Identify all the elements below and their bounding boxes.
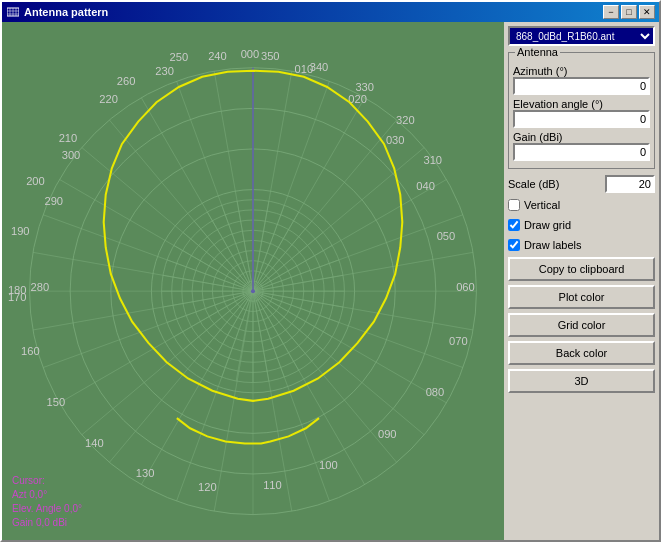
svg-text:230: 230 [155,65,174,77]
vertical-checkbox[interactable] [508,199,520,211]
svg-text:330: 330 [355,81,374,93]
title-bar-buttons: − □ ✕ [603,5,655,19]
azimuth-input[interactable] [513,77,650,95]
azimuth-label: Azimuth (°) [513,65,650,77]
svg-text:190: 190 [11,225,30,237]
copy-clipboard-button[interactable]: Copy to clipboard [508,257,655,281]
svg-text:070: 070 [449,335,468,347]
cursor-azimuth: Azt 0,0° [12,488,82,502]
azimuth-row: Azimuth (°) [513,65,650,95]
svg-text:130: 130 [136,467,155,479]
svg-text:320: 320 [396,114,415,126]
close-button[interactable]: ✕ [639,5,655,19]
svg-text:260: 260 [117,75,136,87]
polar-chart: 000 010 020 030 040 050 060 070 080 090 … [2,22,504,540]
draw-labels-checkbox[interactable] [508,239,520,251]
title-bar: Antenna pattern − □ ✕ [2,2,659,22]
plot-area: 868_0dBd_R1B60.ant [2,22,504,540]
three-d-button[interactable]: 3D [508,369,655,393]
svg-text:350: 350 [261,50,280,62]
svg-text:050: 050 [437,230,456,242]
grid-color-button[interactable]: Grid color [508,313,655,337]
draw-labels-label: Draw labels [524,239,581,251]
cursor-gain: Gain 0,0 dBi [12,516,82,530]
vertical-label: Vertical [524,199,560,211]
svg-text:120: 120 [198,481,217,493]
svg-text:160: 160 [21,345,40,357]
svg-text:300: 300 [62,149,81,161]
draw-grid-checkbox[interactable] [508,219,520,231]
svg-text:290: 290 [44,195,63,207]
sidebar: 868_0dBd_R1B60.ant Antenna Azimuth (°) E… [504,22,659,540]
scale-input[interactable] [605,175,655,193]
file-dropdown[interactable]: 868_0dBd_R1B60.ant [508,26,655,46]
svg-text:150: 150 [46,396,65,408]
svg-text:000: 000 [241,48,260,60]
minimize-button[interactable]: − [603,5,619,19]
svg-text:040: 040 [416,180,435,192]
svg-text:240: 240 [208,50,227,62]
cursor-elevation: Elev. Angle 0,0° [12,502,82,516]
gain-input[interactable] [513,143,650,161]
svg-text:200: 200 [26,175,45,187]
svg-point-92 [251,289,255,293]
gain-row: Gain (dBi) [513,131,650,161]
back-color-button[interactable]: Back color [508,341,655,365]
antenna-group-label: Antenna [515,46,560,58]
svg-text:100: 100 [319,459,338,471]
svg-text:340: 340 [310,61,329,73]
svg-text:280: 280 [31,281,50,293]
cursor-label: Cursor: [12,474,82,488]
svg-text:310: 310 [423,154,442,166]
svg-text:220: 220 [99,93,118,105]
svg-text:110: 110 [263,479,282,491]
svg-text:030: 030 [386,134,405,146]
antenna-group: Antenna Azimuth (°) Elevation angle (°) … [508,52,655,169]
plot-color-button[interactable]: Plot color [508,285,655,309]
svg-text:090: 090 [378,428,397,440]
draw-grid-checkbox-row: Draw grid [508,219,655,231]
app-icon [6,5,20,19]
svg-text:060: 060 [456,281,475,293]
svg-text:140: 140 [85,437,104,449]
svg-text:080: 080 [426,386,445,398]
draw-labels-checkbox-row: Draw labels [508,239,655,251]
svg-text:180: 180 [8,284,27,296]
content-area: 868_0dBd_R1B60.ant [2,22,659,540]
elevation-label: Elevation angle (°) [513,98,650,110]
scale-row: Scale (dB) [508,175,655,193]
draw-grid-label: Draw grid [524,219,571,231]
svg-text:250: 250 [170,51,189,63]
vertical-checkbox-row: Vertical [508,199,655,211]
window-title: Antenna pattern [24,6,603,18]
maximize-button[interactable]: □ [621,5,637,19]
elevation-input[interactable] [513,110,650,128]
svg-text:210: 210 [59,132,78,144]
scale-label: Scale (dB) [508,178,559,190]
cursor-info: Cursor: Azt 0,0° Elev. Angle 0,0° Gain 0… [12,474,82,530]
elevation-row: Elevation angle (°) [513,98,650,128]
main-window: Antenna pattern − □ ✕ 868_0dBd_R1B60.ant [0,0,661,542]
gain-label: Gain (dBi) [513,131,650,143]
